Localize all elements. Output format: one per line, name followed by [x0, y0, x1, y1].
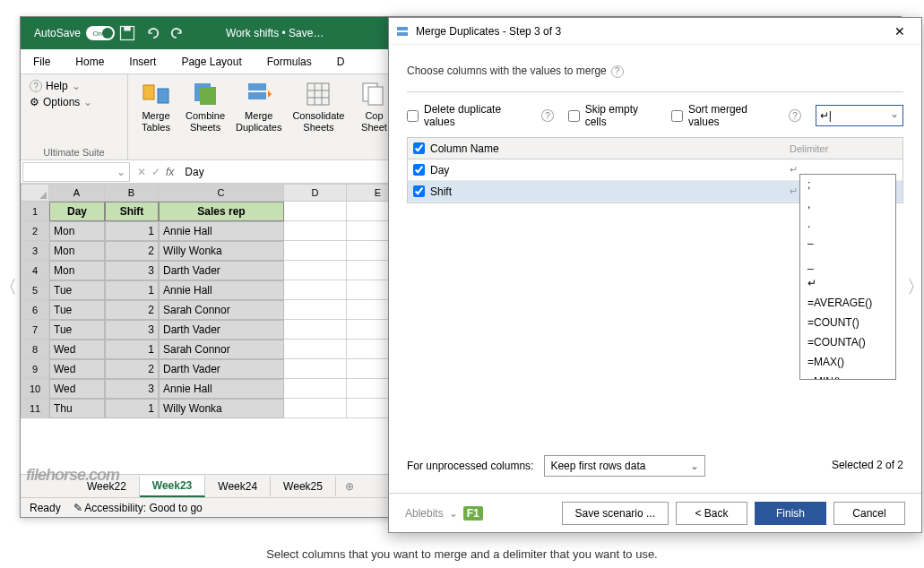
dd-item[interactable]: . [800, 214, 895, 234]
cell[interactable]: Sales rep [159, 202, 284, 221]
dd-item[interactable]: =MAX() [800, 352, 895, 372]
fx-icon[interactable]: fx [166, 166, 174, 178]
row-checkbox[interactable] [413, 164, 425, 176]
col-header-d[interactable]: D [284, 184, 347, 202]
cell[interactable] [284, 261, 347, 280]
save-icon[interactable] [118, 24, 136, 42]
enter-icon[interactable]: ✓ [151, 166, 160, 178]
tab-data[interactable]: D [324, 51, 358, 73]
dd-item[interactable]: – [800, 234, 895, 254]
cell[interactable]: 2 [105, 300, 159, 320]
cell[interactable]: Wed [49, 359, 105, 379]
skip-empty-checkbox[interactable]: Skip empty cells [568, 103, 657, 128]
row-header[interactable]: 7 [21, 320, 49, 340]
row-header[interactable]: 6 [21, 300, 49, 320]
help-icon[interactable]: ? [611, 65, 624, 78]
undo-icon[interactable] [143, 24, 161, 42]
back-button[interactable]: < Back [676, 502, 747, 525]
cell[interactable]: Mon [49, 221, 105, 241]
row-checkbox[interactable] [413, 185, 425, 197]
tab-home[interactable]: Home [63, 51, 117, 73]
redo-icon[interactable] [168, 24, 186, 42]
close-button[interactable]: ✕ [885, 19, 914, 44]
dd-item[interactable]: ; [800, 175, 895, 194]
dd-item[interactable]: _ [800, 254, 895, 273]
cell[interactable]: 3 [105, 379, 159, 399]
cell[interactable]: Thu [49, 399, 105, 418]
prev-slide-arrow[interactable]: 〈 [0, 269, 16, 305]
cell[interactable]: Tue [49, 300, 105, 320]
options-button[interactable]: ⚙Options ⌄ [26, 94, 122, 110]
cell[interactable] [284, 202, 347, 221]
tab-file[interactable]: File [21, 51, 63, 73]
help-button[interactable]: ?Help ⌄ [26, 78, 122, 94]
cell[interactable] [284, 320, 347, 340]
cell[interactable] [284, 399, 347, 418]
cell[interactable]: Tue [49, 280, 105, 300]
row-header[interactable]: 3 [21, 241, 49, 261]
cell[interactable] [284, 221, 347, 241]
cell[interactable]: Darth Vader [159, 359, 284, 379]
accessibility-status[interactable]: ✎ Accessibility: Good to go [73, 502, 203, 514]
cell[interactable]: 2 [105, 359, 159, 379]
brand[interactable]: Ablebits⌄ F1 [405, 506, 483, 521]
name-box[interactable]: ⌄ [22, 162, 130, 182]
finish-button[interactable]: Finish [755, 502, 826, 525]
cell[interactable]: Darth Vader [159, 261, 284, 280]
unprocessed-select[interactable]: Keep first rows data⌄ [544, 455, 705, 477]
cell[interactable]: Day [49, 202, 105, 221]
cell[interactable]: Sarah Connor [159, 340, 284, 359]
cancel-button[interactable]: Cancel [833, 502, 905, 525]
cell[interactable]: 2 [105, 241, 159, 261]
cell[interactable]: Annie Hall [159, 221, 284, 241]
delete-duplicates-checkbox[interactable]: Delete duplicate values [407, 103, 527, 128]
toggle-switch[interactable]: On [86, 26, 115, 40]
col-header-b[interactable]: B [105, 184, 159, 202]
cell[interactable]: Wed [49, 379, 105, 399]
dd-item[interactable]: =COUNTA() [800, 332, 895, 352]
tab-insert[interactable]: Insert [117, 51, 168, 73]
cell[interactable] [284, 359, 347, 379]
row-header[interactable]: 11 [21, 399, 49, 418]
cell[interactable]: 1 [105, 340, 159, 359]
select-all-checkbox[interactable] [413, 142, 425, 154]
cell[interactable]: 3 [105, 320, 159, 340]
help-icon[interactable]: ? [789, 109, 800, 122]
cell[interactable] [284, 280, 347, 300]
help-icon[interactable]: ? [541, 109, 553, 122]
cell[interactable]: 1 [105, 221, 159, 241]
merge-duplicates-button[interactable]: Merge Duplicates [232, 78, 285, 135]
cancel-icon[interactable]: ✕ [137, 166, 146, 178]
combine-sheets-button[interactable]: Combine Sheets [182, 78, 229, 135]
cell[interactable]: Mon [49, 261, 105, 280]
delimiter-dropdown[interactable]: ; , . – _ ↵ =AVERAGE() =COUNT() =COUNTA(… [799, 174, 896, 380]
cell[interactable]: 1 [105, 399, 159, 418]
merge-tables-button[interactable]: Merge Tables [134, 78, 178, 135]
cell[interactable] [284, 300, 347, 320]
cell[interactable] [284, 241, 347, 261]
col-header-a[interactable]: A [49, 184, 105, 202]
cell[interactable] [284, 340, 347, 359]
cell[interactable] [284, 379, 347, 399]
dd-item[interactable]: =AVERAGE() [800, 293, 895, 313]
row-header[interactable]: 8 [21, 340, 49, 359]
cell[interactable]: Tue [49, 320, 105, 340]
sort-merged-checkbox[interactable]: Sort merged values [671, 103, 775, 128]
tab-formulas[interactable]: Formulas [255, 51, 324, 73]
cell[interactable]: Darth Vader [159, 320, 284, 340]
cell[interactable]: Mon [49, 241, 105, 261]
row-header[interactable]: 2 [21, 221, 49, 241]
sheet-tab-active[interactable]: Week23 [140, 476, 205, 497]
cell[interactable]: Annie Hall [159, 280, 284, 300]
select-all-corner[interactable] [21, 184, 49, 202]
autosave-toggle[interactable]: AutoSave On [34, 26, 115, 40]
dd-item[interactable]: =COUNT() [800, 313, 895, 332]
dd-item[interactable]: ↵ [800, 273, 895, 293]
sheet-tab[interactable]: Week25 [271, 477, 336, 496]
cell[interactable]: 3 [105, 261, 159, 280]
row-header[interactable]: 10 [21, 379, 49, 399]
save-scenario-button[interactable]: Save scenario ... [562, 502, 669, 525]
consolidate-sheets-button[interactable]: Consolidate Sheets [289, 78, 348, 135]
tab-pagelayout[interactable]: Page Layout [168, 51, 254, 73]
cell[interactable]: 1 [105, 280, 159, 300]
